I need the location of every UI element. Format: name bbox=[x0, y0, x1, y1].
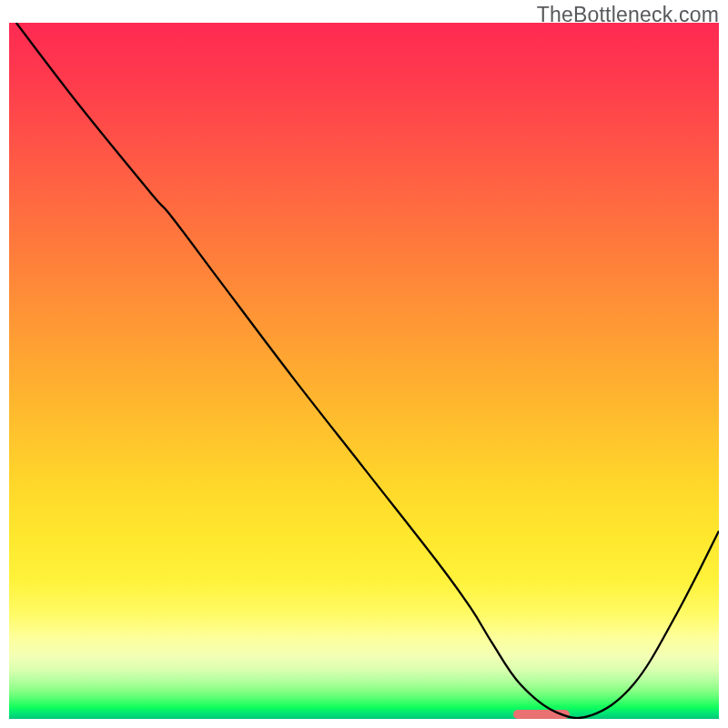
chart-frame: TheBottleneck.com bbox=[0, 0, 728, 728]
bottleneck-curve bbox=[9, 23, 719, 719]
curve-path bbox=[16, 23, 719, 718]
plot-area bbox=[9, 23, 719, 719]
watermark-text: TheBottleneck.com bbox=[537, 3, 719, 27]
